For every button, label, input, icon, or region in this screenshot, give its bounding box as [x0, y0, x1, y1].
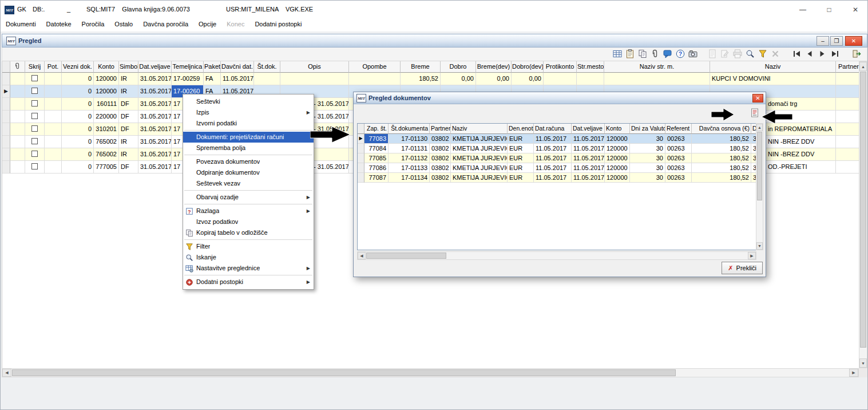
menu-dav-na-poro-ila[interactable]: Davčna poročila [138, 18, 193, 31]
cell-dobro_dev[interactable]: 0,00 [512, 73, 544, 85]
first-record-icon[interactable] [792, 49, 802, 59]
cell-zap-t[interactable]: 77083 [364, 134, 389, 144]
skrij-checkbox[interactable] [31, 163, 38, 169]
cell-skrij[interactable] [25, 136, 45, 148]
cell-partner[interactable]: 03802 [430, 153, 451, 163]
cell-attach[interactable] [10, 161, 25, 174]
cell-t-dokumenta[interactable]: 17-01133 [389, 163, 430, 173]
dialog-table-row[interactable]: 7708417-0113103802KMETIJA JURJEVIČEUR11.… [358, 144, 756, 153]
row-selector[interactable] [358, 144, 364, 153]
cell-partner[interactable] [836, 85, 859, 98]
column-header-vezni-dok[interactable]: Vezni dok. [62, 61, 94, 73]
cell-dni-za-valuto[interactable]: 30 [630, 134, 665, 144]
column-header-dat-veljave[interactable]: Dat.veljave [138, 61, 172, 73]
menu-opcije[interactable]: Opcije [193, 18, 221, 31]
row-selector[interactable] [358, 163, 364, 173]
column-header-naziv-str-m[interactable]: Naziv str. m. [604, 61, 710, 73]
cell-dat-ra-una[interactable]: 11.05.2017 [534, 153, 572, 163]
dialog-column-header-dni-za-valuto[interactable]: Dni za Valuto [630, 124, 665, 134]
cell-konto[interactable]: 120000 [605, 144, 630, 153]
cell-dni-za-valuto[interactable]: 30 [630, 144, 665, 153]
cell-simbol[interactable]: IR [119, 148, 138, 161]
prev-record-icon[interactable] [804, 49, 815, 59]
cell-dat-veljave[interactable]: 11.05.2017 [572, 134, 605, 144]
mdi-minimize-button[interactable]: – [817, 36, 829, 46]
cell-pot[interactable] [45, 98, 62, 111]
context-menu-item-izvoz-podatkov[interactable]: Izvoz podatkov [183, 216, 314, 227]
cell-t-dokumenta[interactable]: 17-01130 [389, 134, 430, 144]
menu-datoteke[interactable]: Datoteke [41, 18, 77, 31]
cell-partner[interactable] [836, 148, 859, 161]
cell-partner[interactable]: 03802 [430, 134, 451, 144]
cell-konto[interactable]: 120000 [94, 73, 119, 85]
cell-partner[interactable] [836, 123, 859, 136]
cell-t-dokumenta[interactable]: 17-01131 [389, 144, 430, 153]
column-header-paket[interactable]: Paket [204, 61, 221, 73]
dialog-column-header-naziv[interactable]: Naziv [451, 124, 508, 134]
cell-dat-veljave[interactable]: 11.05.2017 [572, 144, 605, 153]
cell-konto[interactable]: 220000 [94, 111, 119, 123]
column-header-simbol[interactable]: Simbol [119, 61, 138, 73]
column-header-dobro-dev[interactable]: Dobro(dev) [512, 61, 544, 73]
cell-str_mesto[interactable] [577, 73, 604, 85]
cell-simbol[interactable]: DF [119, 161, 138, 174]
scroll-left-icon[interactable]: ◀ [358, 252, 366, 259]
cell-referent[interactable]: 00263 [665, 144, 692, 153]
last-record-icon[interactable] [830, 49, 840, 59]
cell-zap-t[interactable]: 77087 [364, 173, 389, 183]
cell-pot[interactable] [45, 123, 62, 136]
context-menu-item-dodatni-postopki[interactable]: Dodatni postopki▶ [183, 277, 314, 287]
row-selector[interactable] [2, 123, 10, 136]
cell-dat-veljave[interactable]: 11.05.2017 [572, 163, 605, 173]
cell-den-enota[interactable]: EUR [508, 163, 534, 173]
cell-vezni[interactable]: 0 [62, 85, 94, 98]
scroll-up-icon[interactable]: ▲ [859, 62, 867, 71]
cell-pot[interactable] [45, 73, 62, 85]
context-menu-item-obarvaj-ozadje[interactable]: Obarvaj ozadje▶ [183, 192, 314, 203]
cell-dat_veljave[interactable]: 31.05.2017 [138, 85, 172, 98]
scroll-up-icon[interactable]: ▲ [756, 124, 763, 131]
menu-ostalo[interactable]: Ostalo [109, 18, 138, 31]
cell-dobro[interactable]: 0,00 [441, 73, 476, 85]
cell-dav-na-osnova[interactable]: 180,52 [692, 153, 751, 163]
chat-icon[interactable] [663, 49, 673, 59]
cell-konto[interactable]: 120000 [605, 134, 630, 144]
cell-konto[interactable]: 160111 [94, 98, 119, 111]
cell-referent[interactable]: 00263 [665, 173, 692, 183]
dialog-column-header-dat-veljave[interactable]: Dat.veljave [572, 124, 605, 134]
cell-partner[interactable] [836, 136, 859, 148]
cell-konto[interactable]: 120000 [94, 85, 119, 98]
camera-icon[interactable] [688, 49, 698, 59]
cell-dat-veljave[interactable]: 11.05.2017 [572, 173, 605, 183]
cell-dat_veljave[interactable]: 31.05.2017 [138, 136, 172, 148]
report-icon[interactable] [750, 108, 760, 118]
cell-referent[interactable]: 00263 [665, 134, 692, 144]
cell-temeljnica[interactable]: 17-00259 [172, 73, 204, 85]
dialog-table-row[interactable]: 7708717-0113403802KMETIJA JURJEVIČEUR11.… [358, 173, 756, 183]
filter-icon[interactable] [758, 49, 768, 59]
dialog-column-header-dat-ra-una[interactable]: Dat.računa [534, 124, 572, 134]
cell-den-enota[interactable]: EUR [508, 153, 534, 163]
cell-attach[interactable] [10, 111, 25, 123]
cell-skrij[interactable] [25, 98, 45, 111]
window-close-button[interactable]: ✕ [842, 1, 868, 18]
dialog-column-header-t-dokumenta[interactable]: Št.dokumenta [389, 124, 430, 134]
cell-naziv_str_m[interactable] [604, 73, 710, 85]
scroll-down-icon[interactable]: ▼ [756, 242, 763, 250]
cell-davcni_dat[interactable]: 11.05.2017 [221, 73, 254, 85]
cell-dav-na-osnova[interactable]: 180,52 [692, 173, 751, 183]
row-selector[interactable] [358, 153, 364, 163]
column-header-konto[interactable]: Konto [94, 61, 119, 73]
cell-naziv[interactable]: KMETIJA JURJEVIČ [451, 153, 508, 163]
cell-dni-za-valuto[interactable]: 30 [630, 153, 665, 163]
context-menu-item-dokumenti-prejeti-izdani-ra-uni[interactable]: Dokumenti: prejeti/izdani računi [183, 132, 314, 143]
cell-t-dokumenta[interactable]: 17-01134 [389, 173, 430, 183]
cell-breme_dev[interactable]: 0,00 [476, 73, 512, 85]
menu-dodatni-postopki[interactable]: Dodatni postopki [249, 18, 307, 31]
cell-pot[interactable] [45, 148, 62, 161]
dialog-column-header-zap-t[interactable]: Zap. št. [364, 124, 389, 134]
skrij-checkbox[interactable] [31, 100, 38, 107]
context-menu-item-povezava-dokumentov[interactable]: Povezava dokumentov [183, 156, 314, 167]
cell-skrij[interactable] [25, 85, 45, 98]
cell-naziv[interactable]: KUPCI V DOMOVINI [710, 73, 836, 85]
